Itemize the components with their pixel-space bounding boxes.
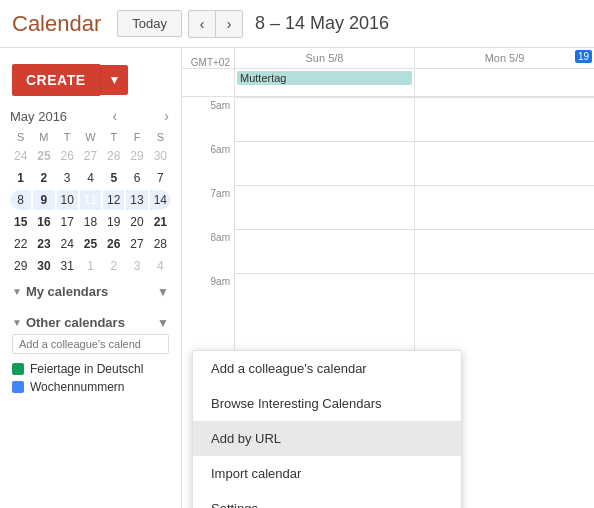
sidebar: CREATE ▼ May 2016 ‹ › SMTWTFS 2425262728… bbox=[0, 48, 182, 508]
mini-cal-day[interactable]: 9 bbox=[33, 190, 54, 210]
add-colleague-input[interactable] bbox=[12, 334, 169, 354]
mini-cal-dow: F bbox=[126, 130, 147, 144]
mini-cal-day[interactable]: 8 bbox=[10, 190, 31, 210]
allday-cell[interactable]: Muttertag bbox=[234, 69, 414, 96]
allday-cell[interactable] bbox=[414, 69, 594, 96]
mini-cal-day[interactable]: 2 bbox=[33, 168, 54, 188]
mini-cal-day[interactable]: 7 bbox=[150, 168, 171, 188]
mini-cal-day[interactable]: 18 bbox=[80, 212, 101, 232]
mini-cal-day[interactable]: 26 bbox=[57, 146, 78, 166]
date-range: 8 – 14 May 2016 bbox=[255, 13, 389, 34]
time-label: 5am bbox=[182, 97, 234, 141]
time-cell[interactable] bbox=[415, 97, 594, 141]
day-name: Sun 5/8 bbox=[235, 52, 414, 64]
mini-cal-day[interactable]: 25 bbox=[33, 146, 54, 166]
mini-cal-day[interactable]: 22 bbox=[10, 234, 31, 254]
mini-cal-day[interactable]: 25 bbox=[80, 234, 101, 254]
mini-cal-dow: M bbox=[33, 130, 54, 144]
mini-cal-day[interactable]: 3 bbox=[126, 256, 147, 276]
app-header: Calendar Today ‹ › 8 – 14 May 2016 bbox=[0, 0, 594, 48]
time-label: 9am bbox=[182, 273, 234, 317]
mini-cal-title[interactable]: May 2016 bbox=[10, 109, 67, 124]
mini-cal-day[interactable]: 28 bbox=[150, 234, 171, 254]
mini-cal-day[interactable]: 16 bbox=[33, 212, 54, 232]
mini-cal-dow: W bbox=[80, 130, 101, 144]
other-calendar-item[interactable]: Feiertage in Deutschl bbox=[12, 360, 169, 378]
mini-cal-next[interactable]: › bbox=[162, 108, 171, 124]
mini-cal-day[interactable]: 31 bbox=[57, 256, 78, 276]
create-button[interactable]: CREATE bbox=[12, 64, 100, 96]
dropdown-item[interactable]: Add by URL bbox=[193, 421, 461, 456]
mini-cal-day[interactable]: 14 bbox=[150, 190, 171, 210]
time-cell[interactable] bbox=[235, 229, 414, 273]
cal-item-label: Wochennummern bbox=[30, 380, 125, 394]
mini-cal-prev[interactable]: ‹ bbox=[110, 108, 119, 124]
mini-cal-day[interactable]: 3 bbox=[57, 168, 78, 188]
time-cell[interactable] bbox=[235, 273, 414, 317]
mini-cal-dow: S bbox=[10, 130, 31, 144]
time-cell[interactable] bbox=[415, 185, 594, 229]
app-title: Calendar bbox=[12, 11, 101, 37]
time-cell[interactable] bbox=[235, 185, 414, 229]
allday-event[interactable]: Muttertag bbox=[237, 71, 412, 85]
time-cell[interactable] bbox=[235, 97, 414, 141]
mini-cal-day[interactable]: 12 bbox=[103, 190, 124, 210]
time-cell[interactable] bbox=[415, 229, 594, 273]
mini-cal-day[interactable]: 27 bbox=[80, 146, 101, 166]
mini-cal-day[interactable]: 13 bbox=[126, 190, 147, 210]
my-calendars-dropdown-icon[interactable]: ▼ bbox=[157, 285, 169, 299]
mini-cal-day[interactable]: 19 bbox=[103, 212, 124, 232]
mini-cal-day[interactable]: 4 bbox=[150, 256, 171, 276]
mini-cal-day[interactable]: 29 bbox=[126, 146, 147, 166]
day-header: Sun 5/8 bbox=[234, 48, 414, 68]
mini-cal-day[interactable]: 29 bbox=[10, 256, 31, 276]
mini-cal-day[interactable]: 27 bbox=[126, 234, 147, 254]
mini-cal-day[interactable]: 6 bbox=[126, 168, 147, 188]
other-calendar-item[interactable]: Wochennummern bbox=[12, 378, 169, 396]
mini-cal-day[interactable]: 2 bbox=[103, 256, 124, 276]
mini-cal-day[interactable]: 26 bbox=[103, 234, 124, 254]
dropdown-item[interactable]: Browse Interesting Calendars bbox=[193, 386, 461, 421]
today-button[interactable]: Today bbox=[117, 10, 182, 37]
other-calendars-dropdown-icon[interactable]: ▼ bbox=[157, 316, 169, 330]
mini-cal-day[interactable]: 30 bbox=[33, 256, 54, 276]
mini-cal-day[interactable]: 11 bbox=[80, 190, 101, 210]
my-calendars-section: ▼ My calendars ▼ bbox=[0, 278, 181, 309]
mini-cal-day[interactable]: 20 bbox=[126, 212, 147, 232]
time-cell[interactable] bbox=[235, 141, 414, 185]
mini-cal-dow: S bbox=[150, 130, 171, 144]
mini-cal-day[interactable]: 24 bbox=[57, 234, 78, 254]
mini-cal-day[interactable]: 5 bbox=[103, 168, 124, 188]
mini-cal-day[interactable]: 24 bbox=[10, 146, 31, 166]
cal-item-label: Feiertage in Deutschl bbox=[30, 362, 143, 376]
time-cell[interactable] bbox=[415, 141, 594, 185]
prev-button[interactable]: ‹ bbox=[188, 10, 216, 38]
allday-label bbox=[182, 69, 234, 96]
dropdown-item[interactable]: Import calendar bbox=[193, 456, 461, 491]
other-calendars-header[interactable]: ▼ Other calendars ▼ bbox=[12, 315, 169, 330]
mini-cal-day[interactable]: 10 bbox=[57, 190, 78, 210]
dropdown-item[interactable]: Add a colleague's calendar bbox=[193, 351, 461, 386]
mini-cal-dow: T bbox=[103, 130, 124, 144]
mini-cal-day[interactable]: 15 bbox=[10, 212, 31, 232]
mini-cal-day[interactable]: 17 bbox=[57, 212, 78, 232]
other-calendars-section: ▼ Other calendars ▼ Feiertage in Deutsch… bbox=[0, 309, 181, 402]
other-calendars-arrow: ▼ bbox=[12, 317, 22, 328]
my-calendars-arrow: ▼ bbox=[12, 286, 22, 297]
other-calendars-title: Other calendars bbox=[26, 315, 153, 330]
mini-cal-day[interactable]: 30 bbox=[150, 146, 171, 166]
create-dropdown-button[interactable]: ▼ bbox=[100, 65, 129, 95]
mini-cal-day[interactable]: 1 bbox=[10, 168, 31, 188]
gmt-label: GMT+02 bbox=[182, 53, 234, 68]
my-calendars-header[interactable]: ▼ My calendars ▼ bbox=[12, 284, 169, 299]
mini-cal-day[interactable]: 28 bbox=[103, 146, 124, 166]
time-cell[interactable] bbox=[415, 273, 594, 317]
next-button[interactable]: › bbox=[215, 10, 243, 38]
mini-cal-day[interactable]: 23 bbox=[33, 234, 54, 254]
allday-row: Muttertag bbox=[182, 69, 594, 97]
cal-color-dot bbox=[12, 381, 24, 393]
mini-cal-day[interactable]: 21 bbox=[150, 212, 171, 232]
dropdown-item[interactable]: Settings bbox=[193, 491, 461, 508]
mini-cal-day[interactable]: 1 bbox=[80, 256, 101, 276]
mini-cal-day[interactable]: 4 bbox=[80, 168, 101, 188]
